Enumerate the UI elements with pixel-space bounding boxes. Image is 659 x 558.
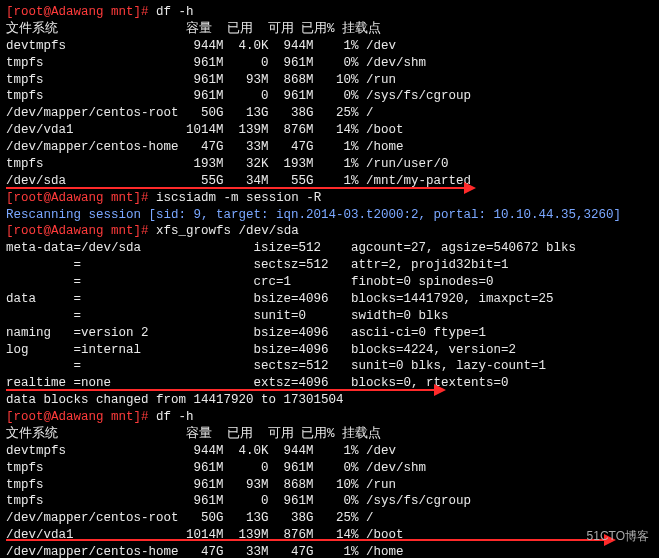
cmd-growfs[interactable]: xfs_growfs /dev/sda [156, 224, 299, 238]
output-row: = sectsz=512 attr=2, projid32bit=1 [6, 257, 653, 274]
prompt-line-1: [root@Adawang mnt]# df -h [6, 4, 653, 21]
output-row: tmpfs 961M 0 961M 0% /dev/shm [6, 460, 653, 477]
output-row: = sectsz=512 sunit=0 blks, lazy-count=1 [6, 358, 653, 375]
arrow-annotation-2 [6, 389, 436, 391]
rescan-session-line: Rescanning session [sid: 9, target: iqn.… [6, 207, 653, 224]
watermark-text: 51CTO博客 [587, 528, 649, 544]
output-row: devtmpfs 944M 4.0K 944M 1% /dev [6, 38, 653, 55]
output-row: meta-data=/dev/sda isize=512 agcount=27,… [6, 240, 653, 257]
output-row: tmpfs 961M 0 961M 0% /sys/fs/cgroup [6, 493, 653, 510]
prompt-userhost: root@Adawang [14, 5, 104, 19]
output-row: data blocks changed from 14417920 to 173… [6, 392, 653, 409]
output-row: /dev/vda1 1014M 139M 876M 14% /boot [6, 527, 653, 544]
output-row: tmpfs 961M 93M 868M 10% /run [6, 477, 653, 494]
output-row: = sunit=0 swidth=0 blks [6, 308, 653, 325]
output-row: /dev/vda1 1014M 139M 876M 14% /boot [6, 122, 653, 139]
cmd-df-1[interactable]: df -h [156, 5, 194, 19]
arrow-annotation-1 [6, 187, 466, 189]
prompt-line-4: [root@Adawang mnt]# df -h [6, 409, 653, 426]
cmd-df-2[interactable]: df -h [156, 410, 194, 424]
output-row: /dev/mapper/centos-root 50G 13G 38G 25% … [6, 510, 653, 527]
output-row: naming =version 2 bsize=4096 ascii-ci=0 … [6, 325, 653, 342]
output-row: log =internal bsize=4096 blocks=4224, ve… [6, 342, 653, 359]
output-row: tmpfs 961M 0 961M 0% /dev/shm [6, 55, 653, 72]
output-row: = crc=1 finobt=0 spinodes=0 [6, 274, 653, 291]
df-output-1: devtmpfs 944M 4.0K 944M 1% /devtmpfs 961… [6, 38, 653, 190]
df-header-2: 文件系统 容量 已用 可用 已用% 挂载点 [6, 426, 653, 443]
prompt-line-3: [root@Adawang mnt]# xfs_growfs /dev/sda [6, 223, 653, 240]
prompt-cwd: mnt [111, 5, 134, 19]
prompt-line-2: [root@Adawang mnt]# iscsiadm -m session … [6, 190, 653, 207]
output-row: data = bsize=4096 blocks=14417920, imaxp… [6, 291, 653, 308]
output-row: tmpfs 961M 0 961M 0% /sys/fs/cgroup [6, 88, 653, 105]
output-row: tmpfs 961M 93M 868M 10% /run [6, 72, 653, 89]
output-row: /dev/mapper/centos-root 50G 13G 38G 25% … [6, 105, 653, 122]
arrow-annotation-3 [6, 539, 606, 541]
output-row: /dev/mapper/centos-home 47G 33M 47G 1% /… [6, 544, 653, 558]
cmd-iscsi[interactable]: iscsiadm -m session -R [156, 191, 321, 205]
output-row: tmpfs 193M 32K 193M 1% /run/user/0 [6, 156, 653, 173]
df-header-1: 文件系统 容量 已用 可用 已用% 挂载点 [6, 21, 653, 38]
xfs-output: meta-data=/dev/sda isize=512 agcount=27,… [6, 240, 653, 409]
output-row: devtmpfs 944M 4.0K 944M 1% /dev [6, 443, 653, 460]
output-row: /dev/mapper/centos-home 47G 33M 47G 1% /… [6, 139, 653, 156]
